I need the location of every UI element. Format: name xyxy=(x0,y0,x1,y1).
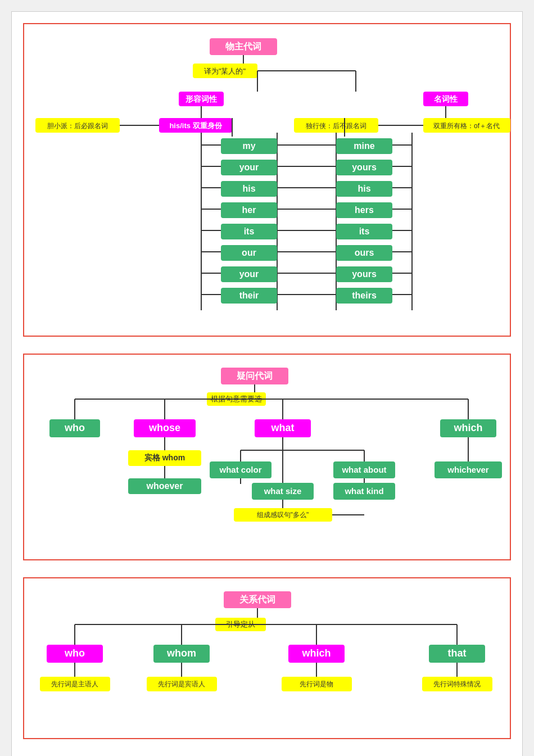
d1-noun-ours: ours xyxy=(355,248,374,257)
d3-note4: 先行词特殊情况 xyxy=(433,680,481,688)
page: { "diagram1": { "title": "物主代词", "subtit… xyxy=(11,11,523,756)
d1-noun-its: its xyxy=(359,227,370,236)
d2-what-color: what color xyxy=(219,465,261,474)
d1-noun-theirs: theirs xyxy=(352,291,377,300)
d1-adj-your2: your xyxy=(239,269,259,279)
d3-whom: whom xyxy=(166,648,196,659)
d3-title: 关系代词 xyxy=(239,594,275,604)
diagram1-svg: 物主代词 译为"某人的" 形容词性 名词性 胆小派：后必跟 xyxy=(30,33,519,325)
d1-adj-their: their xyxy=(239,291,259,300)
d3-note2: 先行词是宾语人 xyxy=(158,680,205,688)
d1-adj-our: our xyxy=(242,248,256,257)
d1-title: 物主代词 xyxy=(225,41,261,51)
d3-which: which xyxy=(301,648,331,659)
diagram2-svg: 疑问代词 根据句意需要选 who whose what xyxy=(30,363,519,549)
d1-noun-yours1: yours xyxy=(352,162,377,172)
d3-note3: 先行词是物 xyxy=(300,680,333,688)
d2-who: who xyxy=(64,422,85,433)
d3-note1: 先行词是主语人 xyxy=(51,680,98,688)
d1-noun-yours2: yours xyxy=(352,269,377,279)
d1-noun-mine: mine xyxy=(354,141,374,151)
d2-note: 组成感叹句"多么" xyxy=(257,511,309,519)
d2-whom: 宾格 whom xyxy=(144,453,185,462)
d2-what: what xyxy=(270,422,294,433)
d2-what-size: what size xyxy=(264,486,302,496)
d1-noun-hers: hers xyxy=(355,205,374,215)
d1-note1: 胆小派：后必跟名词 xyxy=(47,122,108,130)
d1-adj-my: my xyxy=(242,141,255,151)
diagram2-box: 疑问代词 根据句意需要选 who whose what xyxy=(23,354,511,560)
d1-note2: his/its 双重身份 xyxy=(169,121,222,130)
d2-what-about: what about xyxy=(341,465,386,474)
d2-what-kind: what kind xyxy=(344,486,383,496)
d1-note3: 独行侠：后不跟名词 xyxy=(306,122,366,130)
d1-note4: 双重所有格：of＋名代 xyxy=(433,122,500,130)
d1-adj-his: his xyxy=(242,184,255,193)
d2-which: which xyxy=(453,422,482,433)
d2-whoever: whoever xyxy=(146,481,183,491)
d1-adj-its: its xyxy=(244,227,255,236)
d2-whose: whose xyxy=(148,422,180,433)
diagram1-box: 物主代词 译为"某人的" 形容词性 名词性 胆小派：后必跟 xyxy=(23,23,511,337)
d3-that: that xyxy=(448,648,467,659)
d1-adj-your1: your xyxy=(239,162,259,172)
diagram3-svg: 关系代词 引导定从 who whom which xyxy=(30,587,519,727)
d1-adj-her: her xyxy=(242,205,256,215)
d1-adj-label: 形容词性 xyxy=(185,94,218,103)
d1-noun-label: 名词性 xyxy=(433,94,458,103)
d2-whichever: whichever xyxy=(447,465,489,474)
d1-noun-his: his xyxy=(357,184,370,193)
d1-subtitle: 译为"某人的" xyxy=(204,67,246,75)
d2-title: 疑问代词 xyxy=(236,371,273,381)
diagram3-box: 关系代词 引导定从 who whom which xyxy=(23,577,511,739)
d3-who: who xyxy=(64,648,85,659)
